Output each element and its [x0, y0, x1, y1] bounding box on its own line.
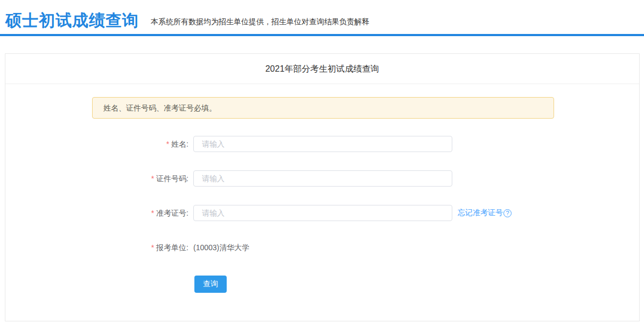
admission-ticket-field-wrap: 忘记准考证号?: [193, 205, 512, 221]
required-asterisk: *: [166, 140, 169, 148]
target-unit-label-text: 报考单位:: [156, 243, 188, 252]
admission-ticket-label: *准考证号:: [5, 205, 188, 221]
form-row-admission-ticket: *准考证号: 忘记准考证号?: [5, 205, 639, 221]
card-body: 姓名、证件号码、准考证号必填。 *姓名: *证件号码:: [5, 84, 639, 293]
forgot-ticket-link-text: 忘记准考证号: [458, 208, 503, 218]
required-asterisk: *: [151, 174, 154, 183]
page-title: 硕士初试成绩查询: [5, 11, 139, 30]
query-card: 2021年部分考生初试成绩查询 姓名、证件号码、准考证号必填。 *姓名: *证件…: [5, 53, 640, 321]
query-form: *姓名: *证件号码: *准考证号:: [5, 136, 639, 293]
name-input[interactable]: [193, 136, 452, 152]
form-row-id-number: *证件号码:: [5, 170, 639, 187]
form-row-target-unit: *报考单位: (10003)清华大学: [5, 239, 639, 256]
card-title: 2021年部分考生初试成绩查询: [5, 54, 639, 84]
id-number-label: *证件号码:: [5, 170, 188, 187]
required-fields-alert: 姓名、证件号码、准考证号必填。: [92, 97, 554, 119]
submit-row: 查询: [194, 276, 639, 293]
question-circle-icon: ?: [503, 209, 512, 217]
site-header: 硕士初试成绩查询 本系统所有数据均为招生单位提供，招生单位对查询结果负责解释: [0, 0, 644, 34]
page-subtitle: 本系统所有数据均为招生单位提供，招生单位对查询结果负责解释: [151, 17, 369, 30]
target-unit-value-wrap: (10003)清华大学: [193, 239, 249, 256]
admission-ticket-label-text: 准考证号:: [156, 209, 188, 217]
query-button[interactable]: 查询: [194, 276, 227, 293]
id-number-input[interactable]: [193, 170, 452, 187]
target-unit-value: (10003)清华大学: [193, 239, 249, 256]
form-row-name: *姓名:: [5, 136, 639, 152]
forgot-ticket-link[interactable]: 忘记准考证号?: [458, 208, 512, 218]
target-unit-label: *报考单位:: [5, 239, 188, 256]
required-asterisk: *: [151, 209, 154, 217]
header-divider: [0, 34, 644, 36]
id-number-field-wrap: [193, 170, 452, 187]
name-field-wrap: [193, 136, 452, 152]
required-asterisk: *: [151, 243, 154, 252]
name-label-text: 姓名:: [171, 140, 188, 148]
admission-ticket-input[interactable]: [193, 205, 452, 221]
name-label: *姓名:: [5, 136, 188, 152]
id-number-label-text: 证件号码:: [156, 174, 188, 183]
